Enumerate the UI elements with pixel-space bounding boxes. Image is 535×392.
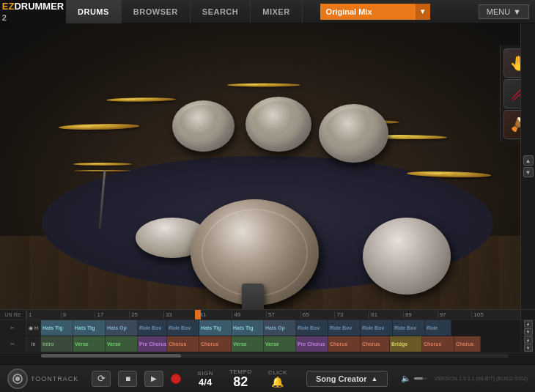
tab-mixer[interactable]: MIXER <box>251 0 302 23</box>
track1-side-down-btn[interactable]: ▼ <box>524 328 533 336</box>
tom-right[interactable] <box>319 104 388 163</box>
transport-bar: TOONTRACK ⟳ ⏹ ▶ SIGN 4/4 TEMPO 82 CLICK … <box>0 364 535 392</box>
track2-side-down-btn[interactable]: ▼ <box>524 344 533 352</box>
track1-control: ✂ <box>0 320 26 336</box>
ruler-marks: 1 9 17 25 33 41 49 57 65 73 81 89 97 105 <box>26 310 520 319</box>
track1-seg-ride-bov-4[interactable]: Ride Bov <box>328 320 361 336</box>
kit-scroll-up-btn[interactable]: ▲ <box>523 155 534 166</box>
track2-seg-prechorus-1[interactable]: Pre Chorus <box>138 336 167 352</box>
seq-scrollbar-thumb[interactable] <box>41 354 181 358</box>
floor-tom[interactable] <box>363 218 451 295</box>
track2-seg-chorus-6[interactable]: Chorus <box>454 336 481 352</box>
track1-seg-hats-op-2[interactable]: Hats Op <box>264 320 296 336</box>
track1-seg-hats-tig-1[interactable]: Hats Tig <box>41 320 73 336</box>
track2-seg-chorus-2[interactable]: Chorus <box>199 336 232 352</box>
track1-seg-ride-bov-2[interactable]: Ride Bov <box>167 320 199 336</box>
seq-ruler: UN RE 1 9 17 25 33 41 49 57 65 73 81 89 … <box>0 310 535 320</box>
track1-seg-ride-bov-5[interactable]: Ride Bov <box>361 320 393 336</box>
volume-slider[interactable] <box>414 377 427 380</box>
kick-pedal[interactable] <box>242 284 264 309</box>
track2-seg-verse-4[interactable]: Verse <box>264 336 296 352</box>
menu-label: MENU <box>487 7 510 16</box>
tom-mid[interactable] <box>246 97 311 152</box>
undo-btn[interactable]: UN <box>5 312 12 317</box>
toontrack-label: TOONTRACK <box>31 375 78 382</box>
tom-high[interactable] <box>172 100 235 152</box>
track1-cells: Hats Tig Hats Tig Hats Op Ride Bov Ride … <box>41 320 520 336</box>
record-btn[interactable] <box>171 374 181 384</box>
toontrack-icon <box>12 373 23 385</box>
sequencer-area: UN RE 1 9 17 25 33 41 49 57 65 73 81 89 … <box>0 309 535 364</box>
kit-scroll-panel: ▲ ▼ <box>520 23 535 309</box>
track2-side-up-btn[interactable]: ▲ <box>524 336 533 344</box>
menu-button[interactable]: MENU ▼ <box>479 4 529 19</box>
ruler-mark-89: 89 <box>403 311 438 318</box>
menu-chevron-icon: ▼ <box>513 7 521 16</box>
sign-label: SIGN <box>197 370 213 377</box>
track2-scissors-icon[interactable]: ✂ <box>10 341 15 347</box>
track1-side-up-btn[interactable]: ▲ <box>524 320 533 328</box>
sign-value[interactable]: 4/4 <box>199 377 212 388</box>
hihat-cymbal-bottom[interactable] <box>74 170 131 171</box>
ruler-mark-105: 105 <box>471 311 506 318</box>
track2-seg-chorus-5[interactable]: Chorus <box>422 336 454 352</box>
track1-label[interactable]: ◉ H <box>26 320 41 336</box>
track1-seg-ride-bov-6[interactable]: Ride Bov <box>393 320 425 336</box>
track1-seg-hats-op-1[interactable]: Hats Op <box>106 320 138 336</box>
ruler-mark-1: 1 <box>26 311 61 318</box>
seq-track-1: ✂ ◉ H Hats Tig Hats Tig Hats Op Ride Bov… <box>0 320 535 336</box>
seq-scrollbar <box>0 352 535 358</box>
track2-seg-verse-2[interactable]: Verse <box>106 336 138 352</box>
track2-seg-bridge[interactable]: Bridge <box>390 336 422 352</box>
preset-dropdown[interactable]: Original Mix <box>320 4 416 20</box>
hihat-cymbal[interactable] <box>73 163 132 166</box>
track2-seg-verse-1[interactable]: Verse <box>73 336 106 352</box>
ruler-mark-97: 97 <box>438 311 472 318</box>
tempo-value[interactable]: 82 <box>233 375 248 388</box>
drum-kit-area: 🤚 🥢 🪘 ▲ ▼ <box>0 23 535 309</box>
song-creator-btn[interactable]: Song Creator ▲ <box>306 371 388 387</box>
preset-arrow-btn[interactable]: ▼ <box>416 4 430 20</box>
click-label: CLICK <box>268 369 287 376</box>
sign-group: SIGN 4/4 <box>197 370 213 388</box>
tab-search[interactable]: SEARCH <box>191 0 251 23</box>
tab-browser[interactable]: BROWSER <box>122 0 191 23</box>
song-creator-label: Song Creator <box>316 374 367 383</box>
track2-seg-chorus-3[interactable]: Chorus <box>328 336 361 352</box>
track1-seg-ride-bov-3[interactable]: Ride Bov <box>296 320 328 336</box>
redo-btn[interactable]: RE <box>14 312 21 317</box>
ruler-mark-33: 33 <box>163 311 198 318</box>
header: EZDRUMMER 2 DRUMS BROWSER SEARCH MIXER O… <box>0 0 535 23</box>
track2-seg-chorus-4[interactable]: Chorus <box>361 336 390 352</box>
track1-seg-hats-tig-4[interactable]: Hats Tig <box>232 320 264 336</box>
click-icon[interactable]: 🔔 <box>271 376 284 388</box>
tab-drums[interactable]: DRUMS <box>66 0 122 23</box>
nav-tabs: DRUMS BROWSER SEARCH MIXER <box>66 0 303 23</box>
track1-scissors-icon[interactable]: ✂ <box>10 325 15 331</box>
track2-seg-intro[interactable]: Intro <box>41 336 73 352</box>
ruler-mark-17: 17 <box>95 311 129 318</box>
track2-cells: Intro Verse Verse Pre Chorus Chorus Chor… <box>41 336 520 352</box>
kit-scroll-down-btn[interactable]: ▼ <box>523 167 534 177</box>
preset-selector: Original Mix ▼ <box>311 4 430 20</box>
logo-ez: EZ <box>2 1 15 12</box>
track2-seg-prechorus-2[interactable]: Pre Chorus <box>296 336 328 352</box>
track2-label[interactable]: In <box>26 336 41 352</box>
loop-btn[interactable]: ⟳ <box>92 371 111 387</box>
track1-seg-hats-tig-3[interactable]: Hats Tig <box>199 320 232 336</box>
tempo-group: TEMPO 82 <box>229 369 252 388</box>
seq-scrollbar-track[interactable] <box>41 354 509 358</box>
play-btn[interactable]: ▶ <box>144 371 163 387</box>
ruler-mark-41: 41 <box>198 311 232 318</box>
track1-seg-ride-end[interactable]: Ride <box>425 320 451 336</box>
ruler-mark-49: 49 <box>232 311 266 318</box>
ruler-mark-73: 73 <box>334 311 369 318</box>
cymbal-center-top[interactable] <box>227 83 300 86</box>
stop-btn[interactable]: ⏹ <box>118 371 137 387</box>
track2-control: ✂ <box>0 336 26 352</box>
track1-seg-hats-tig-2[interactable]: Hats Tig <box>73 320 106 336</box>
app-logo: EZDRUMMER 2 <box>0 0 66 23</box>
track1-seg-ride-bov-1[interactable]: Ride Bov <box>138 320 167 336</box>
track2-seg-chorus-1[interactable]: Chorus <box>167 336 199 352</box>
track2-seg-verse-3[interactable]: Verse <box>232 336 264 352</box>
